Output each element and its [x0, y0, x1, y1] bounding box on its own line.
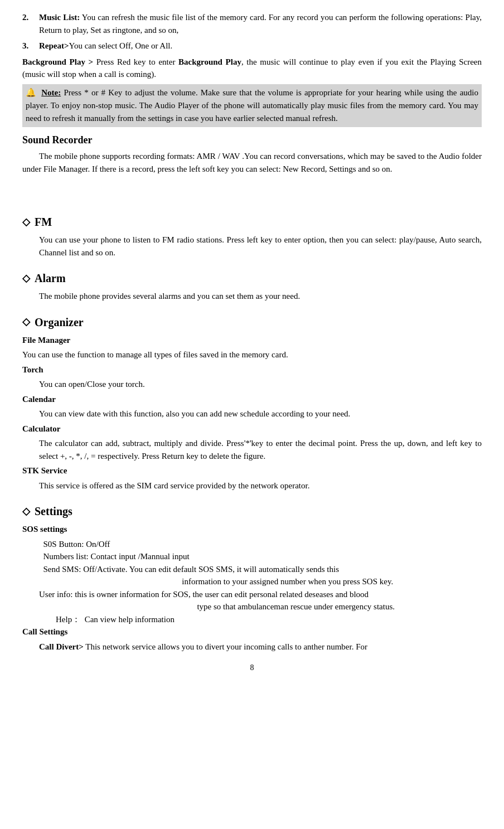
note-text: Press * or # Key to adjust the volume. M…	[26, 88, 478, 123]
settings-heading: Settings	[35, 503, 72, 520]
fm-heading-container: ◇ FM	[22, 214, 482, 230]
page-number: 8	[22, 662, 482, 673]
settings-heading-container: ◇ Settings	[22, 503, 482, 520]
repeat-body: You can select Off, One or All.	[69, 41, 173, 50]
sound-recorder-text: The mobile phone supports recording form…	[22, 150, 482, 175]
background-play-label: Background Play >	[22, 57, 93, 66]
alarm-heading: Alarm	[35, 270, 66, 287]
call-settings-heading: Call Settings	[22, 626, 482, 638]
calendar-text: You can view date with this function, al…	[22, 408, 482, 420]
torch-text: You can open/Close your torch.	[22, 378, 482, 391]
sos-s0s-button: S0S Button: On/Off	[43, 538, 482, 551]
repeat-text: Repeat>You can select Off, One or All.	[39, 40, 172, 52]
alarm-diamond: ◇	[22, 271, 30, 286]
music-list-body: You can refresh the music file list of t…	[39, 13, 482, 35]
note-icon: 🔔	[26, 86, 36, 99]
sos-help-line: Help： Can view help information	[56, 613, 482, 626]
torch-heading: Torch	[22, 363, 482, 376]
item-number-2: 2.	[22, 11, 39, 38]
background-play-text1: Press Red key to enter	[93, 57, 178, 66]
sos-help-label: Help	[56, 615, 72, 624]
calculator-heading: Calculator	[22, 423, 482, 435]
sos-help-text: Can view help information	[85, 615, 175, 624]
file-manager-heading: File Manager	[22, 334, 482, 347]
fm-text: You can use your phone to listen to FM r…	[39, 234, 482, 259]
sos-help-colon: ：	[72, 615, 80, 624]
sos-block: S0S Button: On/Off Numbers list: Contact…	[43, 538, 482, 626]
fm-heading: FM	[35, 214, 52, 230]
call-divert-text: This network service allows you to diver…	[84, 642, 367, 651]
call-divert-para: Call Divert> This network service allows…	[39, 641, 482, 653]
sos-user-info-line1: User info: this is owner information for…	[39, 588, 482, 601]
sos-numbers-list: Numbers list: Contact input /Mannual inp…	[43, 550, 482, 563]
call-divert-label: Call Divert>	[39, 642, 84, 651]
music-list-text: Music List: You can refresh the music fi…	[39, 11, 482, 36]
item-number-3: 3.	[22, 40, 39, 55]
repeat-label: Repeat>	[39, 41, 69, 50]
settings-diamond: ◇	[22, 504, 30, 519]
music-list-label: Music List:	[39, 13, 80, 22]
calculator-text: The calculator can add, subtract, multip…	[39, 437, 482, 462]
fm-diamond: ◇	[22, 215, 30, 230]
sos-user-info-line2: type so that ambulanceman rescue under e…	[110, 600, 482, 613]
sound-recorder-heading: Sound Recorder	[22, 133, 482, 148]
repeat-item: 3. Repeat>You can select Off, One or All…	[22, 40, 482, 55]
music-list-item: 2. Music List: You can refresh the music…	[22, 11, 482, 38]
organizer-diamond: ◇	[22, 314, 30, 329]
file-manager-text: You can use the function to manage all t…	[22, 348, 482, 361]
note-label: Note:	[41, 88, 61, 97]
alarm-heading-container: ◇ Alarm	[22, 270, 482, 287]
stk-service-heading: STK Service	[22, 464, 482, 477]
organizer-heading: Organizer	[35, 314, 84, 331]
organizer-heading-container: ◇ Organizer	[22, 314, 482, 331]
note-box: 🔔 Note: Press * or # Key to adjust the v…	[22, 84, 482, 128]
calendar-heading: Calendar	[22, 393, 482, 406]
background-play-label2: Background Play	[178, 57, 241, 66]
sos-settings-heading: SOS settings	[22, 523, 482, 536]
sos-send-sms-line2: information to your assigned number when…	[94, 575, 482, 588]
background-play-para: Background Play > Press Red key to enter…	[22, 56, 482, 81]
sos-send-sms-line1: Send SMS: Off/Activate. You can edit def…	[43, 563, 482, 576]
alarm-text: The mobile phone provides several alarms…	[39, 290, 482, 303]
stk-service-text: This service is offered as the SIM card …	[39, 479, 482, 492]
page-content: 2. Music List: You can refresh the music…	[22, 11, 482, 673]
